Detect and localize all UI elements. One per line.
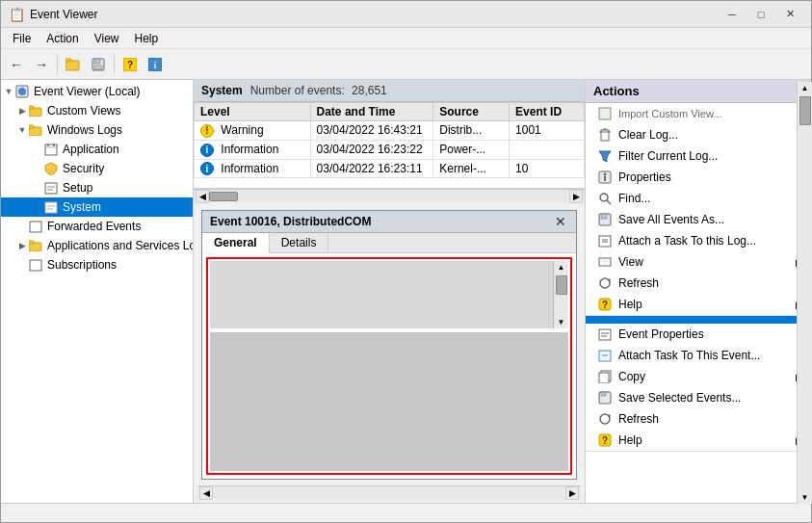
tree-label-system: System: [63, 200, 101, 214]
toolbar-back[interactable]: ←: [5, 53, 28, 76]
table-row[interactable]: i Information 03/04/2022 16:23:22 Power-…: [195, 140, 585, 159]
subscriptions-icon: [28, 257, 43, 273]
svg-rect-40: [601, 214, 607, 219]
maximize-button[interactable]: □: [747, 5, 774, 24]
help-event-icon: ?: [597, 432, 613, 448]
system-icon: [43, 199, 59, 215]
svg-rect-1: [65, 59, 71, 62]
table-row[interactable]: ! Warning 03/04/2022 16:43:21 Distrib...…: [195, 121, 585, 141]
svg-rect-18: [53, 144, 55, 146]
toolbar-open[interactable]: [62, 53, 85, 76]
action-help-global-label: Help: [618, 298, 642, 311]
refresh-event-icon: [597, 411, 613, 427]
menu-help[interactable]: Help: [127, 30, 167, 47]
log-header: System Number of events: 28,651: [194, 80, 585, 102]
detail-lower-area: [210, 332, 568, 471]
action-clear-log[interactable]: Clear Log...: [586, 124, 811, 145]
tab-details[interactable]: Details: [270, 233, 329, 252]
log-title: System: [201, 84, 243, 97]
action-import-custom[interactable]: Import Custom View...: [586, 103, 811, 124]
toggle-custom-views: ▶: [16, 106, 28, 116]
scroll-down-arrow[interactable]: ▼: [558, 318, 565, 327]
close-button[interactable]: ✕: [776, 5, 803, 24]
action-save-all-events[interactable]: Save All Events As...: [586, 209, 811, 230]
actions-scrollbar[interactable]: ▲ ▼: [797, 82, 811, 503]
minimize-button[interactable]: ─: [719, 5, 746, 24]
action-refresh-global[interactable]: Refresh: [586, 273, 811, 294]
svg-rect-56: [599, 373, 609, 383]
scroll-left-arrow[interactable]: ◀: [196, 190, 209, 203]
actions-scroll-down[interactable]: ▼: [801, 493, 809, 502]
tree-label-forwarded: Forwarded Events: [47, 220, 141, 233]
toolbar-save[interactable]: [87, 53, 110, 76]
toolbar-forward[interactable]: →: [30, 53, 53, 76]
detail-close-button[interactable]: ✕: [553, 214, 568, 229]
svg-text:?: ?: [602, 300, 608, 310]
tree-item-security[interactable]: Security: [1, 159, 193, 178]
help-global-icon: ?: [597, 297, 613, 312]
action-help-event-label: Help: [618, 433, 642, 447]
action-help-event[interactable]: ? Help ▶: [586, 430, 811, 451]
cell-level: i Information: [195, 159, 311, 178]
scroll-thumb-v[interactable]: [556, 275, 567, 295]
tree-item-system[interactable]: System: [1, 197, 193, 217]
tree-item-forwarded[interactable]: Forwarded Events: [1, 217, 193, 236]
detail-scrollbar-v[interactable]: ▲ ▼: [553, 261, 568, 328]
action-find[interactable]: Find...: [586, 188, 811, 209]
cell-source: Kernel-...: [433, 159, 510, 178]
tree-item-setup[interactable]: Setup: [1, 178, 193, 197]
svg-text:?: ?: [127, 60, 133, 70]
tree-item-event-viewer[interactable]: ▼ Event Viewer (Local): [1, 82, 193, 101]
tree-item-windows-logs[interactable]: ▼ Windows Logs: [1, 120, 193, 140]
svg-line-38: [607, 200, 611, 204]
svg-rect-36: [604, 176, 606, 181]
action-filter-log[interactable]: Filter Current Log...: [586, 145, 811, 167]
action-properties-label: Properties: [618, 170, 671, 184]
level-text: Information: [221, 143, 278, 156]
save-all-icon: [597, 212, 613, 227]
tree-item-apps-services[interactable]: ▶ Applications and Services Lo...: [1, 236, 193, 255]
table-row[interactable]: i Information 03/04/2022 16:23:11 Kernel…: [195, 159, 585, 178]
action-copy[interactable]: Copy ▶: [586, 366, 811, 387]
action-attach-task-log[interactable]: Attach a Task To this Log...: [586, 230, 811, 251]
forwarded-icon: [28, 219, 43, 234]
scroll-up-arrow[interactable]: ▲: [558, 263, 565, 272]
svg-text:?: ?: [602, 435, 608, 446]
action-refresh-event[interactable]: Refresh: [586, 408, 811, 430]
actions-scroll-thumb[interactable]: [799, 96, 811, 125]
attach-task-event-icon: [597, 348, 613, 363]
action-attach-task-event[interactable]: Attach Task To This Event...: [586, 345, 811, 366]
tree-item-subscriptions[interactable]: Subscriptions: [1, 255, 193, 275]
tree-item-custom-views[interactable]: ▶ Custom Views: [1, 101, 193, 120]
action-view[interactable]: View ▶: [586, 251, 811, 273]
menu-action[interactable]: Action: [39, 30, 86, 47]
properties-icon: [597, 170, 613, 185]
cell-datetime: 03/04/2022 16:43:21: [310, 121, 433, 141]
action-save-selected[interactable]: Save Selected Events...: [586, 387, 811, 408]
actions-scroll-up[interactable]: ▲: [801, 84, 809, 92]
toolbar: ← → ? i: [1, 49, 811, 80]
detail-scroll-left[interactable]: ◀: [199, 486, 213, 500]
svg-rect-19: [45, 183, 57, 194]
detail-scroll-right[interactable]: ▶: [565, 486, 579, 500]
title-bar: 📋 Event Viewer ─ □ ✕: [1, 1, 811, 28]
action-event-properties[interactable]: Event Properties: [586, 324, 811, 345]
scroll-right-arrow[interactable]: ▶: [569, 190, 583, 203]
event-viewer-icon: [14, 84, 30, 99]
scroll-thumb-h[interactable]: [209, 192, 238, 201]
tab-general[interactable]: General: [202, 233, 270, 253]
level-text: Warning: [221, 123, 263, 137]
toolbar-help[interactable]: ?: [118, 53, 142, 76]
table-scrollbar-h[interactable]: ◀ ▶: [194, 189, 585, 202]
action-properties[interactable]: Properties: [586, 167, 811, 188]
tree-item-application[interactable]: Application: [1, 140, 193, 159]
svg-rect-12: [29, 106, 34, 109]
menu-view[interactable]: View: [87, 30, 127, 47]
detail-scrollbar-h[interactable]: ◀ ▶: [197, 485, 581, 499]
menu-file[interactable]: File: [5, 30, 39, 47]
toolbar-sep-2: [114, 55, 115, 74]
toolbar-extra[interactable]: i: [144, 53, 167, 76]
action-attach-log-label: Attach a Task To this Log...: [618, 234, 756, 248]
tree-label-security: Security: [63, 162, 104, 175]
action-help-global[interactable]: ? Help ▶: [586, 294, 811, 315]
